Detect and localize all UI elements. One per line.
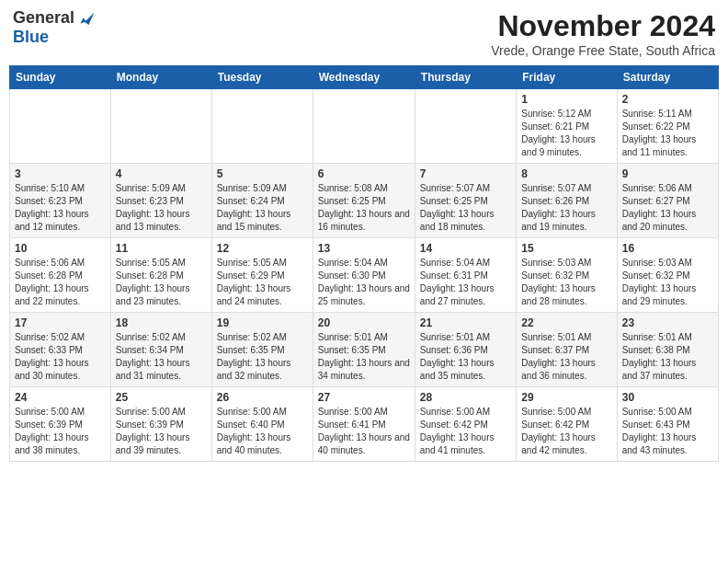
- calendar-cell: 29Sunrise: 5:00 AM Sunset: 6:42 PM Dayli…: [517, 387, 617, 462]
- calendar-week-row: 1Sunrise: 5:12 AM Sunset: 6:21 PM Daylig…: [10, 89, 719, 164]
- calendar-week-row: 10Sunrise: 5:06 AM Sunset: 6:28 PM Dayli…: [10, 238, 719, 313]
- day-info: Sunrise: 5:08 AM Sunset: 6:25 PM Dayligh…: [318, 182, 410, 234]
- calendar-cell: [211, 89, 313, 164]
- calendar-table: SundayMondayTuesdayWednesdayThursdayFrid…: [9, 65, 719, 462]
- day-info: Sunrise: 5:00 AM Sunset: 6:42 PM Dayligh…: [420, 406, 511, 457]
- column-header-thursday: Thursday: [415, 66, 516, 89]
- column-header-saturday: Saturday: [617, 66, 718, 89]
- day-info: Sunrise: 5:12 AM Sunset: 6:21 PM Dayligh…: [521, 108, 611, 159]
- day-info: Sunrise: 5:04 AM Sunset: 6:31 PM Dayligh…: [420, 257, 511, 308]
- title-block: November 2024 Vrede, Orange Free State, …: [491, 9, 715, 58]
- calendar-cell: 3Sunrise: 5:10 AM Sunset: 6:23 PM Daylig…: [10, 164, 111, 238]
- column-header-wednesday: Wednesday: [313, 66, 415, 89]
- month-title: November 2024: [491, 9, 715, 43]
- calendar-cell: 10Sunrise: 5:06 AM Sunset: 6:28 PM Dayli…: [10, 238, 111, 313]
- logo-bird-icon: [79, 11, 96, 28]
- day-number: 30: [622, 391, 713, 404]
- calendar-cell: 5Sunrise: 5:09 AM Sunset: 6:24 PM Daylig…: [211, 164, 313, 238]
- day-number: 6: [318, 167, 410, 180]
- day-number: 9: [622, 167, 713, 180]
- calendar-cell: 27Sunrise: 5:00 AM Sunset: 6:41 PM Dayli…: [313, 387, 415, 462]
- column-header-monday: Monday: [110, 66, 211, 89]
- calendar-cell: 16Sunrise: 5:03 AM Sunset: 6:32 PM Dayli…: [617, 238, 718, 313]
- day-info: Sunrise: 5:05 AM Sunset: 6:28 PM Dayligh…: [116, 257, 207, 308]
- location-subtitle: Vrede, Orange Free State, South Africa: [491, 43, 715, 58]
- calendar-cell: 21Sunrise: 5:01 AM Sunset: 6:36 PM Dayli…: [415, 313, 516, 387]
- column-header-friday: Friday: [517, 66, 617, 89]
- day-info: Sunrise: 5:10 AM Sunset: 6:23 PM Dayligh…: [15, 182, 106, 234]
- calendar-cell: 17Sunrise: 5:02 AM Sunset: 6:33 PM Dayli…: [10, 313, 111, 387]
- day-info: Sunrise: 5:03 AM Sunset: 6:32 PM Dayligh…: [521, 257, 611, 308]
- day-number: 26: [217, 391, 308, 404]
- day-number: 18: [116, 316, 207, 329]
- day-info: Sunrise: 5:06 AM Sunset: 6:27 PM Dayligh…: [622, 182, 713, 234]
- day-number: 11: [116, 242, 207, 255]
- day-number: 17: [15, 316, 106, 329]
- calendar-cell: 14Sunrise: 5:04 AM Sunset: 6:31 PM Dayli…: [415, 238, 516, 313]
- day-info: Sunrise: 5:09 AM Sunset: 6:23 PM Dayligh…: [116, 182, 207, 234]
- day-info: Sunrise: 5:00 AM Sunset: 6:39 PM Dayligh…: [15, 406, 106, 457]
- day-number: 8: [521, 167, 611, 180]
- calendar-cell: 25Sunrise: 5:00 AM Sunset: 6:39 PM Dayli…: [110, 387, 211, 462]
- day-number: 4: [116, 167, 207, 180]
- calendar-cell: [110, 89, 211, 164]
- day-number: 2: [622, 93, 713, 106]
- calendar-cell: 1Sunrise: 5:12 AM Sunset: 6:21 PM Daylig…: [517, 89, 617, 164]
- calendar-cell: 20Sunrise: 5:01 AM Sunset: 6:35 PM Dayli…: [313, 313, 415, 387]
- day-number: 12: [217, 242, 308, 255]
- day-number: 19: [217, 316, 308, 329]
- column-header-tuesday: Tuesday: [211, 66, 313, 89]
- day-info: Sunrise: 5:02 AM Sunset: 6:34 PM Dayligh…: [116, 331, 207, 383]
- day-number: 25: [116, 391, 207, 404]
- day-number: 7: [420, 167, 511, 180]
- day-number: 29: [521, 391, 611, 404]
- logo-general-text: General: [13, 8, 74, 27]
- calendar-cell: 13Sunrise: 5:04 AM Sunset: 6:30 PM Dayli…: [313, 238, 415, 313]
- calendar-cell: [10, 89, 111, 164]
- day-number: 23: [622, 316, 713, 329]
- day-number: 16: [622, 242, 713, 255]
- day-number: 1: [521, 93, 611, 106]
- day-info: Sunrise: 5:02 AM Sunset: 6:35 PM Dayligh…: [217, 331, 308, 383]
- day-info: Sunrise: 5:11 AM Sunset: 6:22 PM Dayligh…: [622, 108, 713, 159]
- day-number: 14: [420, 242, 511, 255]
- day-number: 3: [15, 167, 106, 180]
- calendar-cell: [313, 89, 415, 164]
- day-info: Sunrise: 5:01 AM Sunset: 6:36 PM Dayligh…: [420, 331, 511, 383]
- day-info: Sunrise: 5:03 AM Sunset: 6:32 PM Dayligh…: [622, 257, 713, 308]
- day-info: Sunrise: 5:00 AM Sunset: 6:43 PM Dayligh…: [622, 406, 713, 457]
- calendar-cell: 19Sunrise: 5:02 AM Sunset: 6:35 PM Dayli…: [211, 313, 313, 387]
- calendar-cell: 22Sunrise: 5:01 AM Sunset: 6:37 PM Dayli…: [517, 313, 617, 387]
- day-number: 22: [521, 316, 611, 329]
- day-info: Sunrise: 5:05 AM Sunset: 6:29 PM Dayligh…: [217, 257, 308, 308]
- column-header-sunday: Sunday: [10, 66, 111, 89]
- calendar-cell: 28Sunrise: 5:00 AM Sunset: 6:42 PM Dayli…: [415, 387, 516, 462]
- day-number: 28: [420, 391, 511, 404]
- day-info: Sunrise: 5:06 AM Sunset: 6:28 PM Dayligh…: [15, 257, 106, 308]
- day-info: Sunrise: 5:00 AM Sunset: 6:42 PM Dayligh…: [521, 406, 611, 457]
- calendar-header-row: SundayMondayTuesdayWednesdayThursdayFrid…: [10, 66, 719, 89]
- calendar-week-row: 3Sunrise: 5:10 AM Sunset: 6:23 PM Daylig…: [10, 164, 719, 238]
- day-number: 13: [318, 242, 410, 255]
- calendar-cell: 4Sunrise: 5:09 AM Sunset: 6:23 PM Daylig…: [110, 164, 211, 238]
- calendar-cell: 8Sunrise: 5:07 AM Sunset: 6:26 PM Daylig…: [517, 164, 617, 238]
- day-number: 15: [521, 242, 611, 255]
- calendar-cell: 11Sunrise: 5:05 AM Sunset: 6:28 PM Dayli…: [110, 238, 211, 313]
- logo: General Blue: [13, 9, 96, 47]
- day-info: Sunrise: 5:09 AM Sunset: 6:24 PM Dayligh…: [217, 182, 308, 234]
- calendar-cell: 15Sunrise: 5:03 AM Sunset: 6:32 PM Dayli…: [517, 238, 617, 313]
- calendar-week-row: 24Sunrise: 5:00 AM Sunset: 6:39 PM Dayli…: [10, 387, 719, 462]
- calendar-cell: 18Sunrise: 5:02 AM Sunset: 6:34 PM Dayli…: [110, 313, 211, 387]
- calendar-cell: 9Sunrise: 5:06 AM Sunset: 6:27 PM Daylig…: [617, 164, 718, 238]
- day-number: 24: [15, 391, 106, 404]
- calendar-cell: 24Sunrise: 5:00 AM Sunset: 6:39 PM Dayli…: [10, 387, 111, 462]
- day-info: Sunrise: 5:00 AM Sunset: 6:39 PM Dayligh…: [116, 406, 207, 457]
- day-info: Sunrise: 5:04 AM Sunset: 6:30 PM Dayligh…: [318, 257, 410, 308]
- calendar-cell: 26Sunrise: 5:00 AM Sunset: 6:40 PM Dayli…: [211, 387, 313, 462]
- day-number: 20: [318, 316, 410, 329]
- day-number: 21: [420, 316, 511, 329]
- calendar-cell: 30Sunrise: 5:00 AM Sunset: 6:43 PM Dayli…: [617, 387, 718, 462]
- calendar-cell: 7Sunrise: 5:07 AM Sunset: 6:25 PM Daylig…: [415, 164, 516, 238]
- day-number: 10: [15, 242, 106, 255]
- calendar-cell: 2Sunrise: 5:11 AM Sunset: 6:22 PM Daylig…: [617, 89, 718, 164]
